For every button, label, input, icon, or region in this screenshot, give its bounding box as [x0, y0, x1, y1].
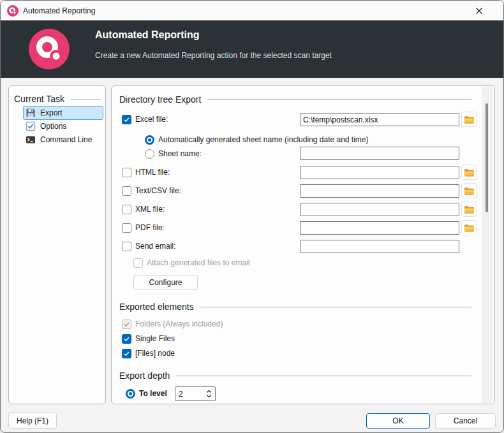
single-files-row: Single Files: [122, 332, 175, 346]
check-icon: [123, 350, 130, 357]
sidebar-item-options[interactable]: Options: [23, 119, 103, 133]
html-browse-button[interactable]: [461, 165, 477, 180]
html-file-checkbox[interactable]: [122, 168, 131, 177]
sheet-name-input[interactable]: [300, 147, 459, 160]
csv-file-row: Text/CSV file:: [122, 184, 181, 198]
export-settings-panel: Directory tree Export Excel file: Automa…: [111, 85, 495, 404]
xml-file-input[interactable]: [300, 203, 459, 216]
check-icon: [123, 335, 130, 342]
sheet-name-row: Sheet name:: [145, 149, 202, 159]
page-subtitle: Create a new Automated Reporting action …: [95, 51, 332, 60]
csv-file-label: Text/CSV file:: [135, 186, 181, 195]
vertical-scrollbar[interactable]: [482, 87, 493, 403]
send-email-checkbox[interactable]: [122, 242, 131, 251]
folder-icon: [464, 115, 475, 124]
excel-file-label: Excel file:: [135, 115, 168, 124]
excel-file-input[interactable]: [300, 113, 459, 126]
header-banner: Automated Reporting Create a new Automat…: [1, 20, 503, 78]
automated-reporting-dialog: Automated Reporting Automated Reporting …: [0, 0, 504, 433]
app-logo-icon-large: [29, 29, 70, 70]
divider: [71, 99, 101, 99]
section-title: Exported elements: [119, 302, 194, 312]
files-node-label: [Files] node: [135, 349, 175, 358]
spinner-arrows[interactable]: [206, 390, 212, 398]
folder-icon: [464, 168, 475, 177]
to-level-radio[interactable]: [126, 389, 135, 399]
help-button[interactable]: Help (F1): [8, 413, 57, 429]
pdf-file-checkbox[interactable]: [122, 223, 131, 233]
send-email-row: Send email:: [122, 239, 175, 253]
sheet-name-label: Sheet name:: [158, 149, 202, 158]
attach-files-row: Attach generated files to email: [133, 256, 249, 270]
sidebar-item-label: Options: [40, 122, 66, 131]
xml-file-row: XML file:: [122, 202, 165, 216]
to-level-row: To level: [126, 388, 167, 399]
sidebar-item-command-line[interactable]: Command Line: [23, 133, 103, 147]
app-logo-icon: [7, 5, 19, 17]
divider: [207, 99, 471, 100]
single-files-label: Single Files: [135, 334, 175, 343]
pdf-file-label: PDF file:: [135, 223, 165, 232]
ok-button[interactable]: OK: [366, 413, 430, 429]
files-node-row: [Files] node: [122, 346, 175, 360]
files-node-checkbox[interactable]: [122, 349, 131, 358]
divider: [200, 307, 471, 307]
configure-button[interactable]: Configure: [133, 275, 198, 290]
csv-file-input[interactable]: [300, 184, 459, 198]
floppy-disk-icon: [26, 108, 36, 118]
divider: [176, 376, 471, 376]
terminal-icon: [26, 135, 36, 145]
folders-checkbox: [122, 319, 131, 329]
sheet-name-radio[interactable]: [145, 149, 154, 159]
folders-label: Folders (Always included): [135, 319, 223, 328]
folder-icon: [464, 223, 475, 233]
xml-browse-button[interactable]: [461, 202, 477, 217]
section-title: Directory tree Export: [119, 94, 201, 105]
current-task-panel: Current Task Export Options: [8, 85, 106, 404]
sidebar-item-label: Export: [40, 108, 63, 117]
current-task-title: Current Task: [14, 94, 64, 104]
current-task-header: Current Task: [14, 94, 101, 104]
chevron-up-icon[interactable]: [206, 390, 212, 393]
attach-files-label: Attach generated files to email: [147, 258, 249, 267]
auto-sheet-name-label: Automatically generated sheet name (incl…: [158, 135, 369, 144]
scrollbar-thumb[interactable]: [485, 103, 488, 212]
html-file-label: HTML file:: [135, 168, 170, 177]
excel-browse-button[interactable]: [461, 112, 477, 127]
csv-browse-button[interactable]: [461, 183, 477, 198]
xml-file-checkbox[interactable]: [122, 205, 131, 214]
to-level-label: To level: [139, 389, 167, 398]
auto-sheet-name-radio[interactable]: [145, 135, 154, 145]
directory-tree-export-header: Directory tree Export: [119, 94, 471, 105]
sidebar-item-export[interactable]: Export: [23, 106, 103, 120]
xml-file-label: XML file:: [135, 205, 165, 214]
cancel-button[interactable]: Cancel: [435, 413, 496, 429]
send-email-label: Send email:: [135, 242, 175, 251]
close-icon: [475, 7, 483, 15]
html-file-input[interactable]: [300, 166, 459, 179]
check-icon: [123, 116, 130, 123]
csv-file-checkbox[interactable]: [122, 186, 131, 196]
page-title: Automated Reporting: [95, 29, 200, 41]
close-button[interactable]: [466, 1, 492, 20]
chevron-down-icon[interactable]: [206, 394, 212, 398]
pdf-file-row: PDF file:: [122, 221, 165, 235]
folder-icon: [464, 205, 475, 214]
auto-sheet-name-row: Automatically generated sheet name (incl…: [145, 135, 369, 145]
send-email-input[interactable]: [300, 240, 459, 253]
check-icon: [123, 321, 130, 328]
pdf-file-input[interactable]: [300, 221, 459, 235]
checkbox-icon: [26, 121, 36, 131]
to-level-input[interactable]: [175, 390, 200, 399]
single-files-checkbox[interactable]: [122, 334, 131, 344]
excel-file-row: Excel file:: [122, 112, 168, 126]
title-bar: Automated Reporting: [1, 1, 503, 20]
to-level-spinner: [175, 386, 216, 401]
window-title: Automated Reporting: [23, 6, 95, 15]
excel-file-checkbox[interactable]: [122, 115, 131, 124]
pdf-browse-button[interactable]: [461, 220, 477, 235]
section-title: Export depth: [119, 371, 170, 381]
sidebar-item-label: Command Line: [40, 135, 92, 144]
html-file-row: HTML file:: [122, 165, 170, 179]
attach-files-checkbox: [133, 258, 143, 268]
